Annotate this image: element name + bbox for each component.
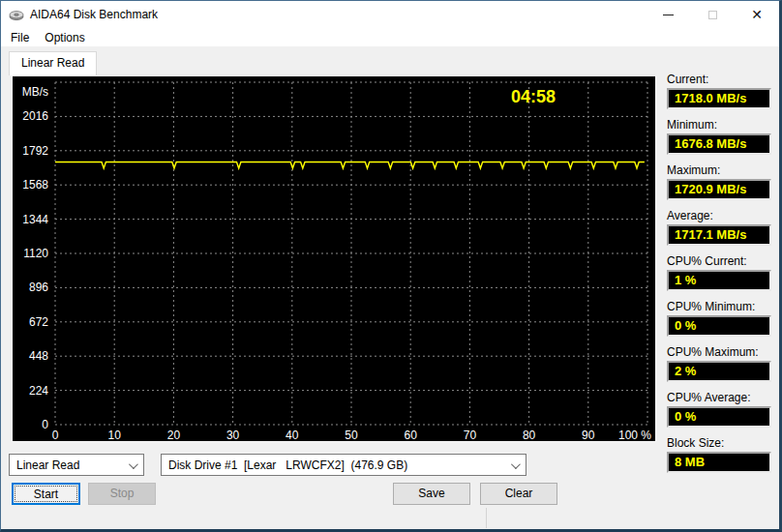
menu-bar: File Options <box>1 28 779 46</box>
y-tick-label: 1568 <box>22 178 48 192</box>
stat-block-size: Block Size: 8 MB <box>667 436 775 473</box>
menu-file[interactable]: File <box>3 29 37 46</box>
stat-label: Current: <box>667 73 775 86</box>
y-tick-label: 896 <box>29 281 48 294</box>
stat-label: CPU% Current: <box>667 254 775 268</box>
stop-button: Stop <box>88 483 156 505</box>
benchmark-chart: MB/s022444867289611201344156817922016010… <box>12 75 656 442</box>
y-axis-unit: MB/s <box>22 85 48 99</box>
elapsed-time-label: 04:58 <box>511 87 556 106</box>
stat-label: Block Size: <box>667 436 775 450</box>
stat-cpu-average: CPU% Average: 0 % <box>667 391 775 428</box>
y-tick-label: 672 <box>29 315 48 329</box>
stat-label: Average: <box>667 209 775 222</box>
stats-panel: Current: 1718.0 MB/s Minimum: 1676.8 MB/… <box>667 73 775 482</box>
stat-cpu-minimum: CPU% Minimum: 0 % <box>667 300 775 337</box>
x-tick-label: 50 <box>345 429 358 441</box>
x-tick-label: 100 % <box>618 429 651 441</box>
minimize-button[interactable] <box>646 1 690 28</box>
x-tick-label: 40 <box>286 429 299 441</box>
stat-value: 0 % <box>667 406 771 428</box>
stat-value: 8 MB <box>667 452 771 473</box>
save-button[interactable]: Save <box>393 483 470 505</box>
close-icon: ✕ <box>751 7 763 22</box>
title-bar: AIDA64 Disk Benchmark ✕ <box>1 1 779 28</box>
y-tick-label: 0 <box>42 418 48 431</box>
window-title: AIDA64 Disk Benchmark <box>30 8 158 21</box>
stat-value: 1720.9 MB/s <box>667 179 771 200</box>
x-tick-label: 30 <box>226 429 240 441</box>
x-tick-label: 90 <box>582 429 595 441</box>
stat-value: 2 % <box>667 361 771 382</box>
x-tick-label: 60 <box>405 429 418 441</box>
clear-button[interactable]: Clear <box>480 483 557 505</box>
drive-select-value: Disk Drive #1 [Lexar LRWCFX2] (476.9 GB) <box>168 458 407 472</box>
stat-value: 1717.1 MB/s <box>667 224 771 246</box>
app-window: AIDA64 Disk Benchmark ✕ File Options Lin… <box>0 0 782 532</box>
chevron-down-icon <box>129 459 138 469</box>
y-tick-label: 224 <box>29 384 48 398</box>
benchmark-type-value: Linear Read <box>16 458 79 472</box>
y-tick-label: 1792 <box>22 144 48 158</box>
menu-options[interactable]: Options <box>37 29 92 46</box>
stat-label: Maximum: <box>667 163 775 177</box>
stat-label: CPU% Maximum: <box>667 345 775 359</box>
bottom-panel-divider <box>486 508 487 528</box>
drive-select[interactable]: Disk Drive #1 [Lexar LRWCFX2] (476.9 GB) <box>161 454 526 476</box>
app-disk-icon <box>9 7 24 22</box>
stat-label: CPU% Average: <box>667 391 775 404</box>
stat-label: Minimum: <box>667 118 775 132</box>
stat-maximum: Maximum: 1720.9 MB/s <box>667 163 775 200</box>
stat-cpu-current: CPU% Current: 1 % <box>667 254 775 291</box>
x-tick-label: 70 <box>464 429 477 441</box>
x-tick-label: 0 <box>52 429 59 441</box>
y-tick-label: 1344 <box>22 213 48 226</box>
x-tick-label: 20 <box>167 429 181 441</box>
series-line-read-speed <box>55 163 645 169</box>
stat-value: 1 % <box>667 270 771 291</box>
maximize-icon <box>708 11 717 19</box>
chevron-down-icon <box>511 459 521 469</box>
chart-svg: MB/s022444867289611201344156817922016010… <box>13 76 655 441</box>
tab-linear-read[interactable]: Linear Read <box>9 51 97 75</box>
start-button[interactable]: Start <box>12 483 80 505</box>
stat-minimum: Minimum: 1676.8 MB/s <box>667 118 775 155</box>
y-tick-label: 1120 <box>23 247 48 260</box>
benchmark-type-select[interactable]: Linear Read <box>9 454 144 476</box>
x-tick-label: 80 <box>523 429 536 441</box>
y-tick-label: 448 <box>29 349 48 363</box>
stat-value: 1718.0 MB/s <box>667 88 771 109</box>
stat-value: 0 % <box>667 315 771 337</box>
stat-label: CPU% Minimum: <box>667 300 775 313</box>
stat-average: Average: 1717.1 MB/s <box>667 209 775 246</box>
stat-current: Current: 1718.0 MB/s <box>667 73 775 109</box>
minimize-icon <box>663 15 674 15</box>
x-tick-label: 10 <box>108 429 122 441</box>
stat-value: 1676.8 MB/s <box>667 133 771 155</box>
y-tick-label: 2016 <box>22 109 48 123</box>
stat-cpu-maximum: CPU% Maximum: 2 % <box>667 345 775 382</box>
maximize-button <box>690 1 735 28</box>
close-button[interactable]: ✕ <box>735 1 779 28</box>
